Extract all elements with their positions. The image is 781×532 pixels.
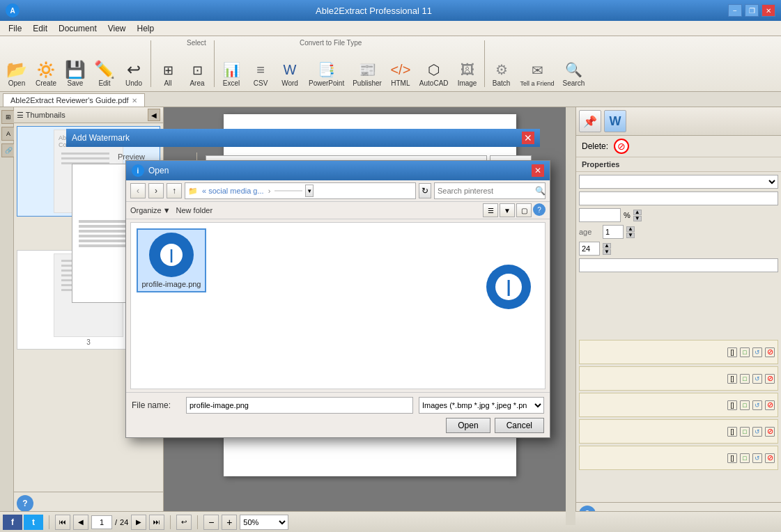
excel-button[interactable]: 📊 Excel xyxy=(217,48,245,90)
side-icon-3[interactable]: 🔗 xyxy=(1,143,15,157)
wm-delete-icon-2[interactable]: ⊘ xyxy=(765,374,775,384)
font-spinner-down[interactable]: ▼ xyxy=(603,249,611,255)
wm-check-icon-3[interactable]: □ xyxy=(740,400,750,410)
sidebar-help-button[interactable]: ? xyxy=(17,495,33,512)
restore-button[interactable]: ❐ xyxy=(745,4,759,17)
zoom-select[interactable]: 50% 75% 100% 125% xyxy=(240,515,288,530)
word-button[interactable]: W Word xyxy=(276,48,304,90)
create-button[interactable]: 🔅 Create xyxy=(32,48,60,90)
html-button[interactable]: </> HTML xyxy=(387,48,415,90)
address-bar[interactable]: 📁 « social media g... › ▼ xyxy=(185,182,416,199)
wm-check-icon-5[interactable]: □ xyxy=(740,453,750,463)
spinner-up[interactable]: ▲ xyxy=(633,210,642,215)
open-dialog-cancel-button[interactable]: Cancel xyxy=(495,418,544,433)
age-spinner-up[interactable]: ▲ xyxy=(626,226,635,232)
save-button[interactable]: 💾 Save xyxy=(61,48,89,90)
wm-delete-icon-3[interactable]: ⊘ xyxy=(765,400,775,410)
last-page-button[interactable]: ⏭ xyxy=(149,515,164,530)
wm-delete-icon-5[interactable]: ⊘ xyxy=(765,453,775,463)
twitter-button[interactable]: t xyxy=(24,515,43,530)
close-button[interactable]: ✕ xyxy=(761,4,775,17)
menu-edit[interactable]: Edit xyxy=(27,22,53,35)
prop-age-input[interactable] xyxy=(603,225,624,239)
wm-refresh-icon-2[interactable]: ↺ xyxy=(752,374,762,384)
open-dialog-close-button[interactable]: ✕ xyxy=(532,164,544,177)
address-crumb-2[interactable] xyxy=(274,190,302,191)
address-dropdown[interactable]: ▼ xyxy=(305,185,314,197)
file-name-input[interactable] xyxy=(186,397,413,414)
sidebar-toggle-button[interactable]: ◀ xyxy=(148,109,160,121)
wm-delete-icon-4[interactable]: ⊘ xyxy=(765,427,775,437)
prop-spinner[interactable]: ▲ ▼ xyxy=(633,210,642,221)
rp-btn-1[interactable]: 📌 xyxy=(579,110,601,132)
autocad-button[interactable]: ⬡ AutoCAD xyxy=(416,48,452,90)
wm-dialog-close-button[interactable]: ✕ xyxy=(522,132,534,144)
tab-close-icon[interactable]: ✕ xyxy=(132,97,137,104)
area-button[interactable]: ⊡ Area xyxy=(183,48,211,90)
edit-button[interactable]: ✏️ Edit xyxy=(91,48,118,90)
powerpoint-button[interactable]: 📑 PowerPoint xyxy=(305,48,348,90)
forward-button[interactable]: › xyxy=(148,183,164,198)
prop-input-1[interactable] xyxy=(579,191,778,205)
menu-file[interactable]: File xyxy=(3,22,27,35)
view-help-button[interactable]: ? xyxy=(533,203,546,216)
file-type-select[interactable]: Images (*.bmp *.jpg *.jpeg *.pn xyxy=(419,397,544,414)
prop-font-spinner[interactable]: ▲ ▼ xyxy=(603,243,611,255)
batch-button[interactable]: ⚙ Batch xyxy=(488,48,516,90)
current-page-input[interactable] xyxy=(91,515,112,529)
next-page-button[interactable]: ▶ xyxy=(131,515,146,530)
minimize-button[interactable]: − xyxy=(728,4,742,17)
organize-button[interactable]: Organize ▼ xyxy=(130,206,171,214)
open-dialog-open-button[interactable]: Open xyxy=(446,418,490,433)
menu-view[interactable]: View xyxy=(102,22,132,35)
spinner-down[interactable]: ▼ xyxy=(633,216,642,221)
all-button[interactable]: ⊞ All xyxy=(154,48,182,90)
search-button[interactable]: 🔍 Search xyxy=(559,48,589,90)
wm-check-icon-2[interactable]: □ xyxy=(740,374,750,384)
font-spinner-up[interactable]: ▲ xyxy=(603,243,611,249)
prop-select-1[interactable] xyxy=(579,175,778,189)
address-crumb-1[interactable]: « social media g... xyxy=(202,187,264,195)
prop-input-2[interactable] xyxy=(579,208,621,222)
zoom-out-button[interactable]: − xyxy=(203,515,219,530)
rp-btn-2[interactable]: W xyxy=(604,110,626,132)
document-tab[interactable]: Able2Extract Reviewer's Guide.pdf ✕ xyxy=(3,93,145,107)
wm-refresh-icon-3[interactable]: ↺ xyxy=(752,400,762,410)
csv-button[interactable]: ≡ CSV xyxy=(247,48,274,90)
side-icon-2[interactable]: A xyxy=(1,127,15,141)
view-dropdown-button[interactable]: ▼ xyxy=(500,203,515,217)
undo-button[interactable]: ↩ Undo xyxy=(120,48,148,90)
wm-delete-icon-1[interactable]: ⊘ xyxy=(765,347,775,357)
open-button[interactable]: 📂 Open xyxy=(3,48,31,90)
wm-refresh-icon-5[interactable]: ↺ xyxy=(752,453,762,463)
side-icon-1[interactable]: ⊞ xyxy=(1,110,15,124)
file-item-profile-image[interactable]: | profile-image.png xyxy=(137,228,206,292)
publisher-button[interactable]: 📰 Publisher xyxy=(349,48,385,90)
prop-age-spinner[interactable]: ▲ ▼ xyxy=(626,226,635,238)
first-page-button[interactable]: ⏮ xyxy=(55,515,70,530)
wm-refresh-icon-4[interactable]: ↺ xyxy=(752,427,762,437)
view-list-button[interactable]: ☰ xyxy=(483,203,498,217)
zoom-in-button[interactable]: + xyxy=(222,515,237,530)
prop-align-input[interactable] xyxy=(579,258,778,272)
menu-document[interactable]: Document xyxy=(53,22,102,35)
delete-button[interactable]: ⊘ xyxy=(614,139,629,154)
prop-font-input[interactable] xyxy=(579,242,600,256)
undo-nav-button[interactable]: ↩ xyxy=(176,515,192,530)
age-spinner-down[interactable]: ▼ xyxy=(626,233,635,238)
facebook-button[interactable]: f xyxy=(3,515,22,530)
view-preview-button[interactable]: ▢ xyxy=(516,203,532,217)
doc-scrollbar[interactable] xyxy=(566,107,575,525)
up-button[interactable]: ↑ xyxy=(167,183,182,198)
wm-refresh-icon-1[interactable]: ↺ xyxy=(752,347,762,357)
back-button[interactable]: ‹ xyxy=(130,183,146,198)
new-folder-button[interactable]: New folder xyxy=(176,206,213,214)
prev-page-button[interactable]: ◀ xyxy=(73,515,88,530)
search-input[interactable] xyxy=(438,187,534,195)
menu-help[interactable]: Help xyxy=(132,22,160,35)
refresh-button[interactable]: ↻ xyxy=(419,183,431,198)
wm-check-icon-4[interactable]: □ xyxy=(740,427,750,437)
image-button[interactable]: 🖼 Image xyxy=(454,48,481,90)
wm-check-icon-1[interactable]: □ xyxy=(740,347,750,357)
tell-friend-button[interactable]: ✉ Tell a Friend xyxy=(517,48,558,90)
